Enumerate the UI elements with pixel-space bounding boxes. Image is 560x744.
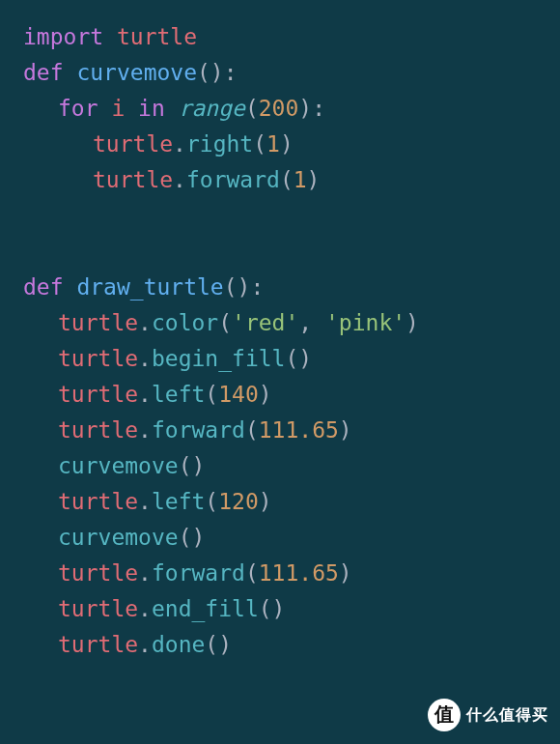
code-line: curvemove(): [23, 520, 560, 556]
code-token: 1: [266, 131, 280, 157]
code-token: in: [125, 96, 178, 121]
code-token: .: [138, 632, 152, 657]
code-line: for i in range(200):: [23, 91, 560, 127]
code-token: (: [205, 489, 218, 514]
code-token: turtle: [117, 24, 197, 49]
code-token: left: [152, 489, 205, 514]
code-line: turtle.color('red', 'pink'): [23, 305, 560, 341]
code-token: turtle: [58, 489, 138, 514]
code-token: ): [280, 131, 294, 157]
code-token: ): [259, 382, 272, 407]
code-line: turtle.done(): [23, 627, 560, 663]
code-token: (: [245, 417, 259, 443]
code-line: turtle.forward(1): [23, 162, 560, 198]
code-token: ): [406, 310, 419, 335]
code-token: forward: [152, 417, 245, 443]
code-token: turtle: [58, 560, 138, 586]
code-token: for: [58, 96, 111, 121]
code-token: end_fill: [152, 596, 259, 621]
code-token: forward: [152, 560, 245, 586]
code-line: turtle.begin_fill(): [23, 341, 560, 377]
code-token: turtle: [58, 417, 138, 443]
watermark-text: 什么值得买: [466, 697, 548, 732]
code-token: 140: [218, 382, 259, 407]
code-editor: import turtledef curvemove():for i in ra…: [0, 0, 560, 663]
code-token: 'pink': [325, 310, 406, 335]
code-token: (: [253, 131, 266, 157]
code-token: def: [23, 274, 76, 300]
code-token: 200: [259, 96, 299, 121]
code-token: curvemove: [76, 60, 197, 85]
watermark-badge-icon: 值: [428, 699, 461, 731]
code-token: ,: [298, 310, 325, 335]
code-token: import: [23, 24, 117, 49]
code-token: (): [259, 596, 286, 621]
code-token: ): [339, 417, 352, 443]
code-token: ): [307, 167, 321, 192]
code-token: ): [339, 560, 352, 586]
code-token: curvemove: [58, 525, 179, 550]
code-token: (: [245, 96, 259, 121]
code-token: draw_turtle: [76, 274, 223, 300]
code-token: .: [138, 310, 152, 335]
code-line: turtle.forward(111.65): [23, 556, 560, 591]
code-token: begin_fill: [152, 346, 285, 371]
code-token: .: [173, 167, 186, 192]
code-token: (: [280, 167, 294, 192]
code-token: turtle: [58, 346, 138, 371]
code-token: turtle: [93, 131, 173, 157]
code-line: turtle.left(140): [23, 377, 560, 413]
code-token: 111.65: [259, 560, 339, 586]
code-token: forward: [186, 167, 280, 192]
code-line: turtle.forward(111.65): [23, 413, 560, 448]
code-token: (: [218, 310, 232, 335]
code-token: (): [179, 525, 206, 550]
code-token: turtle: [58, 382, 138, 407]
code-line: curvemove(): [23, 448, 560, 484]
code-line: turtle.right(1): [23, 127, 560, 162]
code-token: 'red': [232, 310, 298, 335]
watermark: 值 什么值得买: [428, 697, 548, 732]
code-token: range: [179, 96, 245, 121]
code-token: (): [179, 453, 206, 478]
code-token: (: [205, 382, 218, 407]
code-token: (): [205, 632, 232, 657]
code-token: 120: [218, 489, 259, 514]
code-token: (): [285, 346, 312, 371]
code-token: ):: [298, 96, 325, 121]
code-token: .: [138, 382, 152, 407]
code-token: .: [173, 131, 186, 157]
code-token: .: [138, 489, 152, 514]
code-token: turtle: [58, 596, 138, 621]
code-token: ():: [197, 60, 238, 85]
code-token: turtle: [93, 167, 173, 192]
code-token: ): [259, 489, 272, 514]
code-token: .: [138, 560, 152, 586]
code-token: def: [23, 60, 76, 85]
code-line: turtle.end_fill(): [23, 591, 560, 627]
code-token: left: [152, 382, 205, 407]
code-token: (: [245, 560, 259, 586]
code-token: right: [186, 131, 253, 157]
code-token: done: [152, 632, 205, 657]
code-line: turtle.left(120): [23, 484, 560, 520]
code-token: .: [138, 596, 152, 621]
code-token: 111.65: [259, 417, 339, 443]
code-token: ():: [224, 274, 265, 300]
code-token: color: [152, 310, 218, 335]
code-line: def draw_turtle():: [23, 270, 560, 305]
code-line: [23, 234, 560, 270]
code-token: turtle: [58, 310, 138, 335]
code-line: def curvemove():: [23, 55, 560, 91]
code-token: .: [138, 417, 152, 443]
code-token: i: [111, 96, 125, 121]
code-token: .: [138, 346, 152, 371]
code-line: import turtle: [23, 19, 560, 55]
code-token: 1: [294, 167, 307, 192]
code-token: turtle: [58, 632, 138, 657]
code-line: [23, 198, 560, 234]
code-token: curvemove: [58, 453, 179, 478]
